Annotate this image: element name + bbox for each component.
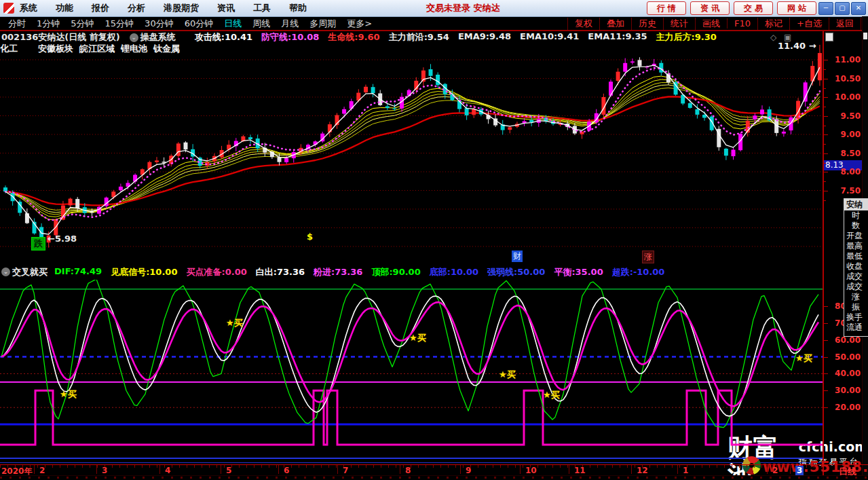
tool-叠加[interactable]: 叠加 xyxy=(599,18,631,30)
month-label: 10 xyxy=(525,466,537,475)
period-tab-更多>[interactable]: 更多> xyxy=(341,18,377,30)
main-price-chart[interactable] xyxy=(0,43,823,265)
tool-画线[interactable]: 画线 xyxy=(695,18,727,30)
main-indicator-name: 操盘系统 xyxy=(140,31,176,43)
chart-annotation: 跌 xyxy=(31,237,45,251)
month-label: 2 xyxy=(772,466,778,475)
buy-signal-marker: ★买 xyxy=(226,317,243,329)
sub-indicator-name: 交叉就买 xyxy=(12,266,48,278)
chart-annotation: $ xyxy=(307,232,313,242)
reading-主力后方: 主力后方:9.30 xyxy=(656,31,717,43)
quick-button[interactable]: 行 情 xyxy=(647,1,686,15)
sector-tag[interactable]: 安徽板块 xyxy=(38,43,73,54)
tool-复权[interactable]: 复权 xyxy=(567,18,599,30)
sector-tag[interactable]: 皖江区域 xyxy=(79,43,115,54)
sub-axis-label: 30.00 xyxy=(835,386,861,395)
tool-+自选[interactable]: +自选 xyxy=(789,18,829,30)
indicator-menu-icon[interactable]: ⌄ xyxy=(1,267,10,276)
period-tab-分时[interactable]: 分时 xyxy=(3,18,31,30)
menu-港股期货[interactable]: 港股期货 xyxy=(164,2,199,14)
main-indicator-readings: 攻击线:10.41防守线:10.08生命线:9.60主力前沿:9.54EMA9:… xyxy=(195,31,717,43)
reading-EMA11: EMA11:9.35 xyxy=(588,31,647,43)
period-tab-1分钟[interactable]: 1分钟 xyxy=(31,18,65,30)
buy-signal-marker: ★买 xyxy=(409,332,426,344)
menu-功能[interactable]: 功能 xyxy=(56,2,73,14)
menu-分析[interactable]: 分析 xyxy=(128,2,145,14)
month-label: 1 xyxy=(683,466,688,475)
chart-annotation: 11.40 → xyxy=(778,41,816,51)
quote-row: 开盘 xyxy=(844,231,868,241)
quote-row: 最低 xyxy=(844,251,868,261)
reading-强弱线: 强弱线:50.00 xyxy=(487,266,545,278)
maximize-button[interactable]: ▢ xyxy=(835,2,850,15)
month-label: 12 xyxy=(637,466,648,475)
login-status: 交易未登录 安纳达 xyxy=(426,2,500,14)
quote-row: 流通 xyxy=(844,322,868,333)
period-tab-15分钟[interactable]: 15分钟 xyxy=(100,18,140,30)
tool-标记[interactable]: 标记 xyxy=(757,18,789,30)
price-label: 7.50 xyxy=(840,186,861,196)
quick-button[interactable]: 交 易 xyxy=(734,1,773,15)
diamond-icon[interactable]: ◇ xyxy=(770,33,776,42)
period-tab-多周期[interactable]: 多周期 xyxy=(304,18,341,30)
price-label: 9.50 xyxy=(840,111,861,121)
reading-底部: 底部:10.00 xyxy=(430,266,478,278)
quick-buttons: 行 情资 讯交 易网 站 xyxy=(647,1,816,15)
reading-主力前沿: 主力前沿:9.54 xyxy=(389,31,449,43)
quote-row: 数 xyxy=(844,221,868,231)
quote-row: 成交 xyxy=(844,272,868,282)
app-window: 系统功能报价分析港股期货资讯工具帮助 交易未登录 安纳达 行 情资 讯交 易网 … xyxy=(0,0,868,480)
axis-button[interactable] xyxy=(825,33,833,41)
reading-粉进: 粉进:73.36 xyxy=(314,266,362,278)
tool-返回[interactable]: 返回 xyxy=(829,18,861,30)
minimize-button[interactable]: − xyxy=(818,2,833,15)
titlebar: 系统功能报价分析港股期货资讯工具帮助 交易未登录 安纳达 行 情资 讯交 易网 … xyxy=(0,0,868,17)
quote-row: 涨 xyxy=(844,292,868,302)
quote-row: 成交 xyxy=(844,282,868,292)
scrollbar-thumb[interactable] xyxy=(863,33,867,39)
indicator-chart[interactable] xyxy=(0,280,823,464)
quick-button[interactable]: 网 站 xyxy=(777,1,816,15)
sub-axis-label: 50.00 xyxy=(835,352,861,362)
timeline: 日线 2020年23456789101112123 xyxy=(0,464,868,476)
period-tab-30分钟[interactable]: 30分钟 xyxy=(139,18,179,30)
app-logo-icon xyxy=(3,3,14,14)
close-button[interactable]: ✕ xyxy=(851,2,866,15)
quick-button[interactable]: 资 讯 xyxy=(690,1,730,15)
tool-历史[interactable]: 历史 xyxy=(631,18,663,30)
month-label: 9 xyxy=(466,466,471,475)
price-label: 8.50 xyxy=(840,149,861,158)
period-bar: 分时1分钟5分钟15分钟30分钟60分钟日线周线月线多周期更多> 复权叠加历史统… xyxy=(0,17,868,31)
sector-tag[interactable]: 化工 xyxy=(0,43,18,54)
period-tab-月线[interactable]: 月线 xyxy=(276,18,304,30)
month-label: 11 xyxy=(574,466,586,475)
tool-统计[interactable]: 统计 xyxy=(663,18,695,30)
reading-超跌: 超跌:-10.00 xyxy=(612,266,665,278)
chart-annotation: 涨 xyxy=(642,251,654,263)
menu-资讯[interactable]: 资讯 xyxy=(217,2,235,14)
period-tab-5分钟[interactable]: 5分钟 xyxy=(65,18,99,30)
reading-EMA9: EMA9:9.48 xyxy=(458,31,511,43)
period-tab-日线[interactable]: 日线 xyxy=(219,18,247,30)
menu-工具[interactable]: 工具 xyxy=(253,2,271,14)
buy-signal-marker: ★买 xyxy=(60,388,77,401)
menu-系统[interactable]: 系统 xyxy=(20,2,37,14)
period-tab-周线[interactable]: 周线 xyxy=(247,18,276,30)
timeline-ticks xyxy=(0,465,823,468)
month-label: 7 xyxy=(343,466,348,475)
quote-row: 收盘 xyxy=(844,261,868,272)
chart-annotation: 财 xyxy=(512,251,523,262)
sector-tag[interactable]: 锂电池 xyxy=(121,43,147,54)
menu-帮助[interactable]: 帮助 xyxy=(289,2,307,14)
reading-白出: 白出:73.36 xyxy=(256,266,305,278)
period-tab-60分钟[interactable]: 60分钟 xyxy=(179,18,219,30)
indicator-menu-icon[interactable]: ⌄ xyxy=(130,33,138,42)
reading-顶部: 顶部:90.00 xyxy=(371,266,420,278)
price-label: 8.00 xyxy=(840,167,861,177)
sector-tag[interactable]: 钛金属 xyxy=(153,43,180,54)
menu-报价[interactable]: 报价 xyxy=(92,2,109,14)
tool-F10[interactable]: F10 xyxy=(727,18,757,29)
month-label: 3 xyxy=(102,466,107,475)
reading-EMA10: EMA10:9.41 xyxy=(520,31,579,43)
chart-annotation: ←5.98 xyxy=(48,234,77,244)
